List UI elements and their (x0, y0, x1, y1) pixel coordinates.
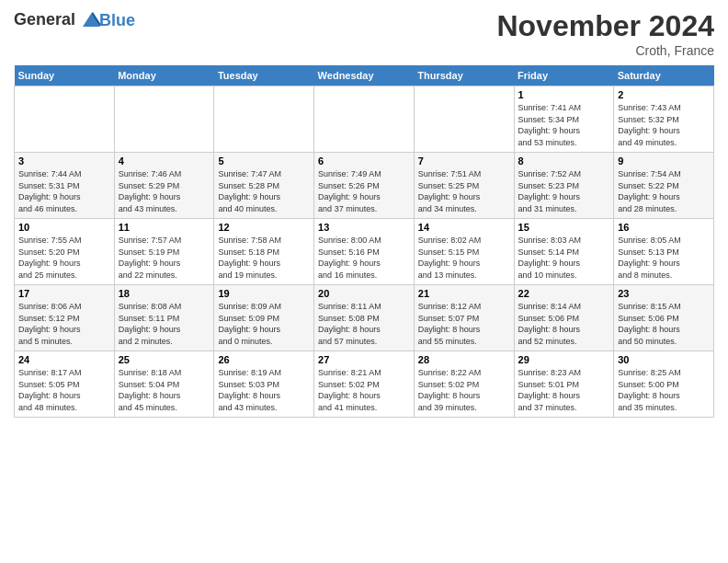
day-number: 20 (318, 288, 410, 299)
calendar-table: SundayMondayTuesdayWednesdayThursdayFrid… (14, 65, 714, 418)
weekday-header-thursday: Thursday (414, 65, 514, 86)
day-info: Sunrise: 7:44 AM Sunset: 5:31 PM Dayligh… (18, 168, 110, 214)
day-cell (15, 86, 115, 153)
day-cell: 19Sunrise: 8:09 AM Sunset: 5:09 PM Dayli… (214, 285, 314, 351)
day-number: 11 (119, 222, 210, 233)
day-cell: 24Sunrise: 8:17 AM Sunset: 5:05 PM Dayli… (15, 351, 115, 418)
weekday-header-wednesday: Wednesday (314, 65, 415, 86)
day-cell: 12Sunrise: 7:58 AM Sunset: 5:18 PM Dayli… (214, 219, 314, 285)
week-row-3: 10Sunrise: 7:55 AM Sunset: 5:20 PM Dayli… (15, 219, 714, 285)
day-cell (414, 86, 514, 153)
day-number: 22 (518, 288, 610, 299)
day-info: Sunrise: 8:11 AM Sunset: 5:08 PM Dayligh… (318, 301, 410, 347)
day-info: Sunrise: 8:06 AM Sunset: 5:12 PM Dayligh… (18, 301, 110, 347)
day-info: Sunrise: 7:58 AM Sunset: 5:18 PM Dayligh… (218, 235, 310, 281)
day-info: Sunrise: 7:55 AM Sunset: 5:20 PM Dayligh… (18, 235, 110, 281)
day-number: 24 (18, 354, 110, 365)
day-cell: 29Sunrise: 8:23 AM Sunset: 5:01 PM Dayli… (514, 351, 614, 418)
day-info: Sunrise: 8:15 AM Sunset: 5:06 PM Dayligh… (618, 301, 710, 347)
day-number: 18 (119, 288, 210, 299)
week-row-2: 3Sunrise: 7:44 AM Sunset: 5:31 PM Daylig… (15, 153, 714, 219)
day-number: 29 (518, 354, 610, 365)
logo-blue: Blue (99, 11, 135, 30)
day-number: 7 (418, 155, 510, 167)
week-row-4: 17Sunrise: 8:06 AM Sunset: 5:12 PM Dayli… (15, 285, 714, 351)
location: Croth, France (496, 43, 714, 58)
day-info: Sunrise: 7:57 AM Sunset: 5:19 PM Dayligh… (119, 235, 210, 281)
day-number: 6 (318, 155, 410, 167)
day-cell: 14Sunrise: 8:02 AM Sunset: 5:15 PM Dayli… (414, 219, 514, 285)
day-cell (114, 86, 214, 153)
weekday-header-friday: Friday (514, 65, 614, 86)
logo-icon (81, 12, 101, 29)
day-number: 4 (119, 155, 210, 167)
day-info: Sunrise: 8:02 AM Sunset: 5:15 PM Dayligh… (418, 235, 510, 281)
day-number: 5 (218, 155, 310, 167)
day-info: Sunrise: 8:14 AM Sunset: 5:06 PM Dayligh… (518, 301, 610, 347)
week-row-1: 1Sunrise: 7:41 AM Sunset: 5:34 PM Daylig… (15, 86, 714, 153)
day-number: 21 (418, 288, 510, 299)
weekday-header-monday: Monday (114, 65, 214, 86)
day-cell: 20Sunrise: 8:11 AM Sunset: 5:08 PM Dayli… (314, 285, 415, 351)
day-info: Sunrise: 8:09 AM Sunset: 5:09 PM Dayligh… (218, 301, 310, 347)
day-cell: 17Sunrise: 8:06 AM Sunset: 5:12 PM Dayli… (15, 285, 115, 351)
day-number: 2 (618, 89, 710, 100)
week-row-5: 24Sunrise: 8:17 AM Sunset: 5:05 PM Dayli… (15, 351, 714, 418)
logo-text: General Blue (14, 9, 135, 30)
day-cell: 2Sunrise: 7:43 AM Sunset: 5:32 PM Daylig… (614, 86, 714, 153)
day-cell: 21Sunrise: 8:12 AM Sunset: 5:07 PM Dayli… (414, 285, 514, 351)
day-info: Sunrise: 7:52 AM Sunset: 5:23 PM Dayligh… (518, 168, 610, 214)
day-number: 27 (318, 354, 410, 365)
day-info: Sunrise: 7:43 AM Sunset: 5:32 PM Dayligh… (618, 102, 710, 148)
day-cell: 15Sunrise: 8:03 AM Sunset: 5:14 PM Dayli… (514, 219, 614, 285)
day-info: Sunrise: 7:54 AM Sunset: 5:22 PM Dayligh… (618, 168, 710, 214)
day-info: Sunrise: 8:25 AM Sunset: 5:00 PM Dayligh… (618, 367, 710, 413)
day-number: 1 (518, 89, 610, 100)
day-cell: 10Sunrise: 7:55 AM Sunset: 5:20 PM Dayli… (15, 219, 115, 285)
day-number: 15 (518, 222, 610, 233)
day-info: Sunrise: 7:47 AM Sunset: 5:28 PM Dayligh… (218, 168, 310, 214)
day-cell: 9Sunrise: 7:54 AM Sunset: 5:22 PM Daylig… (614, 153, 714, 219)
day-number: 17 (18, 288, 110, 299)
day-info: Sunrise: 7:46 AM Sunset: 5:29 PM Dayligh… (119, 168, 210, 214)
day-number: 13 (318, 222, 410, 233)
day-cell: 8Sunrise: 7:52 AM Sunset: 5:23 PM Daylig… (514, 153, 614, 219)
day-info: Sunrise: 8:23 AM Sunset: 5:01 PM Dayligh… (518, 367, 610, 413)
day-info: Sunrise: 8:12 AM Sunset: 5:07 PM Dayligh… (418, 301, 510, 347)
day-cell (314, 86, 415, 153)
title-block: November 2024 Croth, France (496, 9, 714, 58)
day-info: Sunrise: 7:49 AM Sunset: 5:26 PM Dayligh… (318, 168, 410, 214)
day-number: 30 (618, 354, 710, 365)
header: General Blue November 2024 Croth, France (14, 9, 714, 58)
day-info: Sunrise: 8:18 AM Sunset: 5:04 PM Dayligh… (119, 367, 210, 413)
logo: General Blue (14, 9, 135, 30)
day-cell: 18Sunrise: 8:08 AM Sunset: 5:11 PM Dayli… (114, 285, 214, 351)
logo-general: General (14, 10, 75, 29)
weekday-header-tuesday: Tuesday (214, 65, 314, 86)
day-info: Sunrise: 8:19 AM Sunset: 5:03 PM Dayligh… (218, 367, 310, 413)
day-cell: 26Sunrise: 8:19 AM Sunset: 5:03 PM Dayli… (214, 351, 314, 418)
day-number: 14 (418, 222, 510, 233)
day-cell: 16Sunrise: 8:05 AM Sunset: 5:13 PM Dayli… (614, 219, 714, 285)
day-number: 25 (119, 354, 210, 365)
day-cell (214, 86, 314, 153)
weekday-header-sunday: Sunday (15, 65, 115, 86)
month-title: November 2024 (496, 9, 714, 43)
day-cell: 27Sunrise: 8:21 AM Sunset: 5:02 PM Dayli… (314, 351, 415, 418)
day-cell: 13Sunrise: 8:00 AM Sunset: 5:16 PM Dayli… (314, 219, 415, 285)
day-cell: 11Sunrise: 7:57 AM Sunset: 5:19 PM Dayli… (114, 219, 214, 285)
day-number: 19 (218, 288, 310, 299)
day-cell: 1Sunrise: 7:41 AM Sunset: 5:34 PM Daylig… (514, 86, 614, 153)
day-cell: 6Sunrise: 7:49 AM Sunset: 5:26 PM Daylig… (314, 153, 415, 219)
day-info: Sunrise: 8:21 AM Sunset: 5:02 PM Dayligh… (318, 367, 410, 413)
day-info: Sunrise: 8:22 AM Sunset: 5:02 PM Dayligh… (418, 367, 510, 413)
day-cell: 5Sunrise: 7:47 AM Sunset: 5:28 PM Daylig… (214, 153, 314, 219)
day-cell: 30Sunrise: 8:25 AM Sunset: 5:00 PM Dayli… (614, 351, 714, 418)
day-cell: 22Sunrise: 8:14 AM Sunset: 5:06 PM Dayli… (514, 285, 614, 351)
day-number: 10 (18, 222, 110, 233)
day-info: Sunrise: 8:00 AM Sunset: 5:16 PM Dayligh… (318, 235, 410, 281)
day-cell: 3Sunrise: 7:44 AM Sunset: 5:31 PM Daylig… (15, 153, 115, 219)
day-number: 12 (218, 222, 310, 233)
day-info: Sunrise: 8:05 AM Sunset: 5:13 PM Dayligh… (618, 235, 710, 281)
day-number: 3 (18, 155, 110, 167)
